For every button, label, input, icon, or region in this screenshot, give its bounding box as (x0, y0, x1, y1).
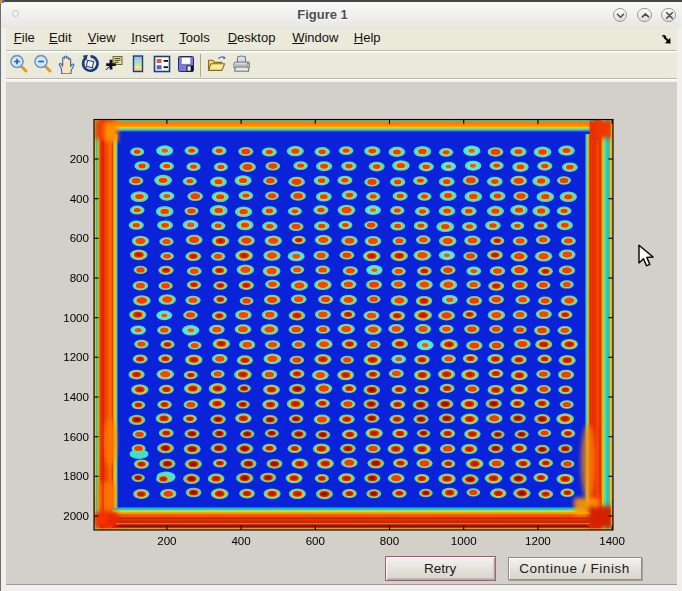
svg-text:400: 400 (70, 192, 89, 205)
svg-text:1200: 1200 (525, 534, 551, 547)
svg-text:200: 200 (157, 534, 176, 547)
svg-text:1800: 1800 (63, 469, 89, 482)
svg-text:1400: 1400 (63, 390, 89, 403)
svg-text:1200: 1200 (63, 350, 89, 363)
svg-text:400: 400 (231, 534, 250, 547)
svg-text:2000: 2000 (63, 509, 89, 522)
svg-text:800: 800 (380, 534, 399, 547)
svg-text:800: 800 (70, 271, 89, 284)
svg-text:600: 600 (306, 534, 325, 547)
svg-text:200: 200 (70, 152, 89, 165)
svg-text:1000: 1000 (451, 534, 477, 547)
svg-text:1000: 1000 (63, 311, 89, 324)
svg-text:1400: 1400 (599, 534, 625, 547)
svg-text:1600: 1600 (63, 430, 89, 443)
svg-text:600: 600 (70, 231, 89, 244)
